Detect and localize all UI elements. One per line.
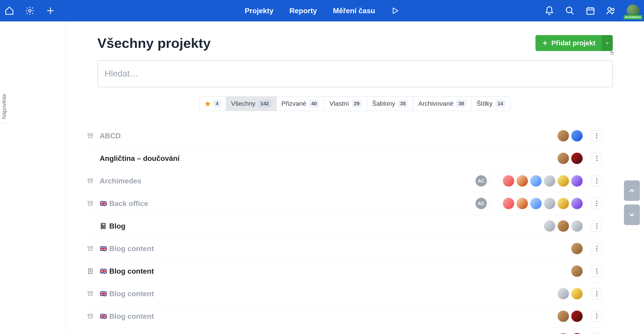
project-link[interactable]: 🇬🇧 Blog content	[100, 312, 552, 321]
add-project-dropdown-button[interactable]	[602, 35, 613, 51]
filter-count-archived: 38	[456, 100, 466, 107]
member-avatar[interactable]	[571, 311, 583, 322]
member-avatar[interactable]	[558, 333, 569, 334]
people-icon[interactable]	[606, 6, 616, 15]
member-avatar[interactable]	[571, 288, 583, 299]
filter-tab-starred[interactable]: 4	[200, 97, 226, 111]
member-avatar[interactable]	[530, 198, 542, 209]
svg-point-0	[29, 9, 31, 12]
member-avatar[interactable]	[503, 175, 514, 187]
filter-tab-all[interactable]: Všechny 142	[226, 97, 276, 111]
calendar-icon[interactable]	[586, 6, 595, 15]
member-avatar[interactable]	[571, 198, 583, 209]
row-more-button[interactable]	[592, 333, 602, 334]
search-icon[interactable]	[565, 6, 575, 15]
scroll-up-button[interactable]	[624, 180, 640, 201]
row-more-button[interactable]	[592, 153, 602, 164]
row-more-button[interactable]	[592, 265, 602, 277]
member-avatar[interactable]	[544, 198, 555, 209]
project-link[interactable]: 📓 Blog	[100, 222, 538, 230]
member-avatar[interactable]	[530, 175, 542, 187]
project-link[interactable]: Archimedes	[100, 177, 470, 185]
filter-tabs: 4 Všechny 142 Přizvané 40 Vlastní 29	[200, 96, 511, 111]
account-badge: BUSINESS	[624, 15, 642, 19]
member-avatar[interactable]	[558, 153, 569, 164]
row-more-button[interactable]	[592, 198, 602, 209]
member-avatar[interactable]	[558, 198, 569, 209]
nav-link-timetracking[interactable]: Měření času	[333, 6, 375, 15]
filter-tab-archived[interactable]: Archivované 38	[413, 97, 472, 111]
add-project-button[interactable]: Přidat projekt	[536, 35, 602, 51]
svg-point-11	[596, 160, 597, 161]
member-avatar[interactable]	[558, 220, 569, 232]
member-avatar[interactable]	[571, 175, 583, 187]
gear-icon[interactable]	[25, 6, 35, 15]
member-avatar-initials[interactable]: AC	[476, 198, 487, 209]
play-icon[interactable]	[391, 6, 399, 15]
member-avatar[interactable]	[571, 220, 583, 232]
filter-tab-tags[interactable]: Štítky 14	[472, 97, 510, 111]
member-avatar[interactable]	[558, 130, 569, 141]
member-avatar[interactable]	[489, 175, 500, 187]
filter-tab-invited[interactable]: Přizvané 40	[276, 97, 324, 111]
more-vertical-icon	[596, 291, 598, 297]
member-avatar[interactable]	[571, 333, 583, 334]
row-more-button[interactable]	[592, 175, 602, 187]
member-avatar[interactable]	[571, 130, 583, 141]
row-more-button[interactable]	[592, 243, 602, 254]
member-avatar[interactable]	[558, 288, 569, 299]
filter-tab-templates[interactable]: Šablony 35	[367, 97, 414, 111]
member-avatar[interactable]	[571, 243, 583, 254]
member-avatar[interactable]	[544, 175, 555, 187]
flag-gb-icon: 🇬🇧	[100, 245, 107, 252]
project-link[interactable]: ABCD	[100, 132, 552, 140]
home-icon[interactable]	[4, 6, 14, 15]
row-more-button[interactable]	[592, 288, 602, 299]
help-tab[interactable]: Nápověda	[0, 90, 8, 123]
row-more-button[interactable]	[592, 130, 602, 141]
project-link[interactable]: 🇬🇧 Blog content	[100, 245, 566, 253]
search-input[interactable]	[98, 60, 613, 87]
project-link[interactable]: 🇬🇧 Blog content	[100, 267, 566, 276]
member-avatar[interactable]	[489, 198, 500, 209]
avatar[interactable]: BUSINESS	[627, 4, 640, 17]
project-link[interactable]: Angličtina – doučování	[100, 154, 552, 163]
filter-tab-own[interactable]: Vlastní 29	[324, 97, 367, 111]
project-name-text: Blog content	[109, 312, 154, 321]
project-link[interactable]: 🇬🇧 Back office	[100, 199, 470, 208]
nav-link-reports[interactable]: Reporty	[290, 6, 317, 15]
topbar: Projekty Reporty Měření času BUSINESS	[0, 0, 644, 21]
member-avatar[interactable]	[558, 175, 569, 187]
chevron-down-icon	[628, 211, 636, 219]
filter-count-tags: 14	[495, 100, 505, 107]
more-vertical-icon	[596, 178, 598, 184]
member-avatar-initials[interactable]: AC	[476, 175, 487, 187]
flag-gb-icon: 🇬🇧	[100, 290, 107, 297]
nav-link-projects[interactable]: Projekty	[245, 6, 274, 15]
svg-point-37	[596, 316, 597, 317]
row-more-button[interactable]	[592, 311, 602, 322]
member-avatar[interactable]	[558, 311, 569, 322]
archive-icon	[86, 291, 94, 297]
scroll-down-button[interactable]	[624, 205, 640, 225]
svg-point-29	[596, 271, 597, 272]
member-avatar[interactable]	[571, 265, 583, 277]
bell-icon[interactable]	[544, 6, 554, 15]
row-more-button[interactable]	[592, 220, 602, 232]
scroll-nav	[624, 180, 640, 225]
svg-point-10	[596, 158, 597, 159]
plus-icon	[542, 40, 548, 46]
member-avatar[interactable]	[544, 220, 555, 232]
member-avatar[interactable]	[516, 175, 528, 187]
member-avatar[interactable]	[516, 198, 528, 209]
project-members	[558, 333, 583, 334]
project-link[interactable]: 🇬🇧 Blog content	[100, 290, 552, 298]
more-vertical-icon	[596, 223, 598, 229]
member-avatar[interactable]	[503, 198, 514, 209]
svg-point-1	[566, 7, 572, 13]
plus-icon[interactable]	[46, 6, 55, 15]
svg-point-33	[596, 293, 597, 294]
project-row: 📓 Blog	[86, 215, 602, 237]
member-avatar[interactable]	[571, 153, 583, 164]
page-title: Všechny projekty	[98, 35, 211, 51]
